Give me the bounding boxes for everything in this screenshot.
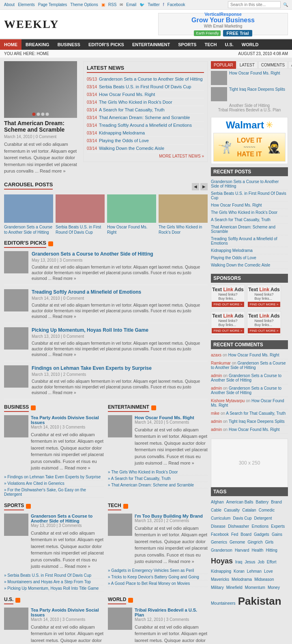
tag-link[interactable]: Catalan — [242, 508, 256, 512]
us-article-title[interactable]: Tea Party Avoids Divisive Social Issues — [31, 608, 104, 617]
tag-link[interactable]: Fed — [231, 532, 238, 537]
news-link[interactable]: Granderson Sets a Course to Another Side… — [99, 77, 203, 81]
news-link[interactable]: How Oscar Found Ms. Right — [99, 92, 155, 97]
business-rss-icon[interactable] — [31, 405, 36, 410]
comment-post-link[interactable]: How Oscar Found Ms. Right — [229, 427, 280, 432]
news-link[interactable]: That American Dream: Scheme and Scramble — [99, 115, 190, 120]
sponsor-3[interactable]: Text Link Ads Need links?Buy links... FI… — [211, 311, 245, 335]
recent-post-link[interactable]: Kidnapping Melodrama — [211, 247, 288, 254]
nav-editors-picks[interactable]: EDITOR'S PICKS — [84, 39, 128, 50]
sub-link[interactable]: Findings on Lehman Take Even Experts by … — [4, 474, 104, 480]
news-link[interactable]: A Search for That Casualty, Truth — [99, 107, 165, 112]
nav-us[interactable]: U.S. — [221, 39, 237, 50]
comment-author[interactable]: admin — [211, 419, 222, 424]
tag-link[interactable]: Military — [211, 585, 224, 590]
nav-breaking[interactable]: BREAKING — [21, 39, 54, 50]
sidebar-tab[interactable]: COMMENTS — [258, 61, 288, 69]
tag-link[interactable]: Board — [240, 532, 251, 537]
tag-link[interactable]: Cable — [211, 508, 221, 512]
tech-rss-icon[interactable] — [123, 504, 128, 509]
tag-link[interactable]: Experts — [271, 524, 285, 529]
comment-author[interactable]: Ramkumar — [211, 361, 231, 365]
carousel-item-title[interactable]: The Girls Who Kicked in Rock's Door — [159, 225, 202, 235]
tag-link[interactable]: Genome — [230, 540, 245, 544]
tag-link[interactable]: Curriculum — [211, 516, 230, 520]
tag-link[interactable]: Money — [268, 585, 280, 590]
tag-link[interactable]: Lehman — [247, 569, 262, 574]
carousel-dot-4[interactable] — [46, 113, 49, 116]
carousel-item-title[interactable]: Serbia Beats U.S. in First Round Of Davi… — [56, 225, 101, 235]
sub-link[interactable]: A Search for That Casualty, Truth — [108, 476, 208, 482]
entertainment-article-title[interactable]: How Oscar Found Ms. Right — [135, 415, 208, 420]
tag-link[interactable]: Momentum — [245, 585, 265, 590]
sub-link[interactable]: The Girls Who Kicked in Rock's Door — [108, 469, 208, 476]
page-templates-link[interactable]: Page Templates — [38, 2, 67, 7]
about-link[interactable]: About — [4, 2, 15, 7]
nav-home[interactable]: HOME — [0, 39, 21, 50]
pick-title[interactable]: Granderson Sets a Course to Another Side… — [32, 251, 208, 257]
tag-link[interactable]: Jesus — [245, 560, 255, 564]
site-logo[interactable]: WEEKLY — [4, 18, 59, 31]
search-icon[interactable]: 🔍 — [283, 2, 288, 7]
pick-title[interactable]: Treading Softly Around a Minefield of Em… — [32, 289, 208, 295]
featured-title[interactable]: That American Dream: Scheme and Scramble — [4, 120, 79, 133]
carousel-next[interactable]: ▶ — [200, 183, 208, 190]
nav-world[interactable]: WORLD — [238, 39, 263, 50]
sub-link[interactable]: Tricks to Keep Device's Battery Going an… — [108, 574, 208, 580]
elements-link[interactable]: Elements — [18, 2, 35, 7]
news-link[interactable]: Walking Down the Comedic Aisle — [99, 146, 164, 151]
recent-post-link[interactable]: Serbia Beats U.S. in First Round Of Davi… — [211, 190, 288, 202]
recent-post-link[interactable]: Playing the Odds of Love — [211, 254, 288, 262]
tag-link[interactable]: Afghan — [211, 500, 224, 504]
sub-link[interactable]: Gadgets in Emergency Vehicles Seen as Pe… — [108, 567, 208, 574]
sub-link[interactable]: For the Dishwasher's Sake, Go Easy on th… — [4, 487, 104, 498]
tag-link[interactable]: Davis Cup — [233, 516, 251, 520]
tag-link[interactable]: Love — [264, 569, 273, 574]
world-rss-icon[interactable] — [128, 598, 133, 603]
us-rss-icon[interactable] — [15, 598, 20, 603]
carousel-dot-3[interactable] — [41, 113, 45, 116]
tag-link[interactable]: Battery — [256, 500, 269, 504]
sports-article-title[interactable]: Granderson Sets a Course to Another Side… — [31, 514, 104, 523]
tag-link[interactable]: Mountaineers — [211, 601, 236, 606]
tag-link[interactable]: Brand — [271, 500, 282, 504]
comment-post-link[interactable]: How Oscar Found Ms. Right — [228, 353, 279, 357]
tag-link[interactable]: Granderson — [211, 548, 232, 552]
news-link[interactable]: Serbia Beats U.S. in First Round Of Davi… — [99, 84, 191, 89]
nav-business[interactable]: BUSINESS — [54, 39, 84, 50]
tag-link[interactable]: Midseason — [254, 577, 274, 582]
find-more-btn-3[interactable]: FIND OUT MORE > — [212, 328, 245, 333]
nav-sports[interactable]: SPORTS — [174, 39, 200, 50]
sidebar-tab[interactable]: LATEST — [237, 61, 258, 69]
tag-link[interactable]: Hitting — [266, 548, 277, 552]
recent-post-link[interactable]: Granderson Sets a Course to Another Side… — [211, 178, 288, 190]
tag-link[interactable]: Disease — [211, 524, 225, 529]
theme-options-link[interactable]: Theme Options — [70, 2, 98, 7]
popular-link[interactable]: How Oscar Found Ms. Right — [229, 71, 280, 75]
comment-author[interactable]: azaxs — [211, 353, 221, 357]
carousel-item-title[interactable]: Granderson Sets a Course to Another Side… — [4, 225, 52, 235]
carousel-item-title[interactable]: How Oscar Found Ms. Right — [107, 225, 147, 235]
entertainment-rss-icon[interactable] — [151, 405, 156, 410]
business-article-title[interactable]: Tea Party Avoids Divisive Social Issues — [31, 415, 104, 425]
pick-title[interactable]: Picking Up Momentum, Hoyas Roll Into Tit… — [32, 327, 208, 333]
tag-link[interactable]: Effort — [267, 560, 277, 564]
carousel-prev[interactable]: ◀ — [192, 183, 199, 190]
carousel-dot-2[interactable] — [37, 113, 40, 116]
news-link[interactable]: Kidnapping Melodrama — [99, 130, 145, 135]
rss-link[interactable]: RSS — [108, 2, 117, 7]
comment-author[interactable]: admin — [211, 386, 222, 390]
find-more-btn-4[interactable]: FIND OUT MORE > — [248, 328, 281, 333]
tag-link[interactable]: Harvard — [235, 548, 249, 552]
facebook-link[interactable]: Facebook — [167, 2, 185, 7]
tag-link[interactable]: Generics — [211, 540, 227, 544]
tag-link[interactable]: Comedic — [259, 508, 275, 512]
recent-post-link[interactable]: The Girls Who Kicked in Rock's Door — [211, 209, 288, 216]
news-link[interactable]: The Girls Who Kicked in Rock's Door — [99, 100, 172, 104]
sidebar-tab[interactable]: ARCHIVES — [288, 61, 292, 69]
recent-post-link[interactable]: Treading Softly Around a Minefield of Em… — [211, 235, 288, 247]
sidebar-tab[interactable]: POPULAR — [211, 61, 236, 69]
tag-link[interactable]: Hoyas — [211, 557, 233, 565]
pick-title[interactable]: Findings on Lehman Take Even Experts by … — [32, 365, 208, 371]
nav-tech[interactable]: TECH — [200, 39, 221, 50]
